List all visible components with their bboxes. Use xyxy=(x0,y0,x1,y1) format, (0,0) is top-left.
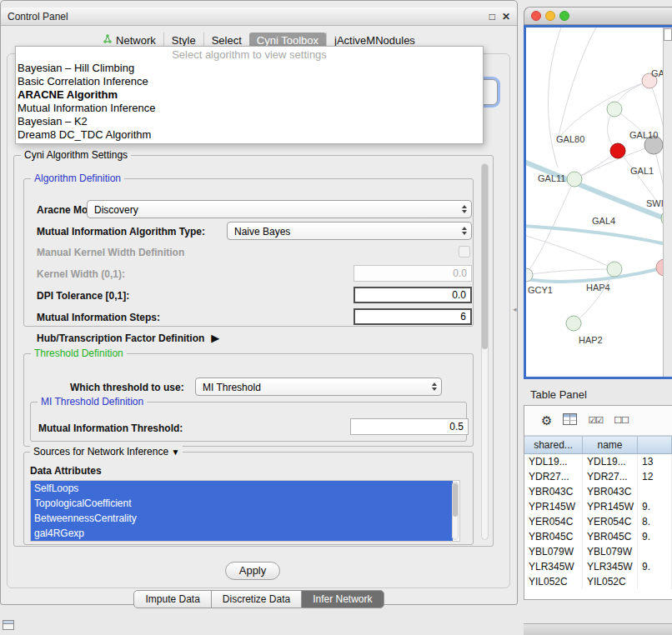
close-icon[interactable]: ✕ xyxy=(502,11,510,22)
dropdown-option[interactable]: Bayesian – Hill Climbing xyxy=(16,62,483,75)
manual-kernel-checkbox[interactable] xyxy=(459,246,470,258)
table-row[interactable]: YBL079WYBL079W xyxy=(524,544,672,559)
hub-definition-label: Hub/Transcription Factor Definition xyxy=(37,332,204,344)
network-node[interactable] xyxy=(607,262,622,277)
desktop: Control Panel □ ✕ Network Style Select C… xyxy=(0,0,672,635)
network-node[interactable] xyxy=(607,102,622,117)
tab-label: Cyni Toolbox xyxy=(257,34,318,47)
attribute-list-scrollbar-thumb[interactable] xyxy=(453,483,458,517)
cell: 8. xyxy=(638,514,672,529)
table-panel-window: ⚙ ☑☑ ☐☐ shared... name YDL19...YDL19...1… xyxy=(524,405,672,600)
network-node-label: GAL4 xyxy=(592,216,615,226)
cell: YBL079W xyxy=(583,544,638,559)
disclosure-triangle-icon[interactable]: ▶ xyxy=(211,332,219,344)
table-row[interactable]: YPR145WYPR145W9. xyxy=(524,499,672,514)
list-item[interactable]: SelfLoops xyxy=(31,481,453,496)
dropdown-placeholder: Select algorithm to view settings xyxy=(16,48,483,62)
data-attributes-list[interactable]: SelfLoops TopologicalCoefficient Between… xyxy=(30,480,460,542)
mi-type-combo[interactable]: Naive Bayes xyxy=(227,222,472,240)
tab-label: Network xyxy=(116,34,156,47)
hide-columns-icon[interactable]: ☐☐ xyxy=(614,415,629,426)
close-traffic-light[interactable] xyxy=(531,11,541,21)
network-node-red[interactable] xyxy=(610,143,625,158)
combo-value: Naive Bayes xyxy=(228,222,458,239)
sources-group-title[interactable]: Sources for Network Inference ▼ xyxy=(30,446,183,458)
list-item[interactable]: TopologicalCoefficient xyxy=(31,496,453,511)
minimize-traffic-light[interactable] xyxy=(545,11,555,21)
splitter-collapse-icon[interactable]: ◂ xyxy=(513,305,517,313)
table-row[interactable]: YDR27...YDR27...12 xyxy=(524,469,672,484)
hub-definition-section[interactable]: Hub/Transcription Factor Definition ▶ xyxy=(37,332,219,344)
list-item[interactable]: BetweennessCentrality xyxy=(31,511,453,526)
collapse-triangle-icon[interactable]: ▼ xyxy=(171,448,179,457)
kernel-width-field[interactable] xyxy=(354,265,472,282)
cell: 9. xyxy=(638,559,672,574)
mi-threshold-field[interactable] xyxy=(350,418,469,435)
tab-discretize-data[interactable]: Discretize Data xyxy=(211,590,302,608)
network-node-label: GAL10 xyxy=(629,130,658,140)
zoom-traffic-light[interactable] xyxy=(559,11,569,21)
table-row[interactable]: YER054CYER054C8. xyxy=(524,514,672,529)
network-view[interactable]: GAL7 GAL80 GAL10 GAL11 GAL1 SWI4 GAL4 GC… xyxy=(524,25,672,379)
table-row[interactable]: YBR045CYBR045C9. xyxy=(524,529,672,544)
group-title: Cyni Algorithm Settings xyxy=(21,149,131,161)
table-row[interactable]: YDL19...YDL19...13 xyxy=(524,454,672,469)
cell: 12 xyxy=(638,469,672,484)
network-node[interactable] xyxy=(656,259,663,276)
dpi-tolerance-field[interactable] xyxy=(354,287,472,303)
attribute-list-scrollbar[interactable] xyxy=(452,482,459,540)
tab-infer-network[interactable]: Infer Network xyxy=(301,590,384,608)
dropdown-option[interactable]: Bayesian – K2 xyxy=(16,115,483,128)
network-scrollbar[interactable] xyxy=(663,28,672,377)
spinner-arrows-icon xyxy=(458,222,471,239)
table-row[interactable]: YIL052CYIL052C xyxy=(524,574,672,589)
column-header-shared-name[interactable]: shared... xyxy=(524,437,583,453)
algorithm-dropdown-popup: Select algorithm to view settings Bayesi… xyxy=(15,46,484,144)
cell xyxy=(638,574,672,589)
network-canvas[interactable]: GAL7 GAL80 GAL10 GAL11 GAL1 SWI4 GAL4 GC… xyxy=(526,28,663,377)
table-mode-icon[interactable] xyxy=(563,413,577,428)
dropdown-option-selected[interactable]: ARACNE Algorithm xyxy=(16,88,483,102)
tab-label: Select xyxy=(212,34,242,47)
settings-scrollbar[interactable] xyxy=(481,163,489,540)
mi-steps-field[interactable] xyxy=(354,308,472,325)
network-node[interactable] xyxy=(566,316,581,331)
table-header-row: shared... name xyxy=(524,436,672,454)
control-panel-titlebar[interactable]: Control Panel □ ✕ xyxy=(1,8,517,26)
settings-scrollbar-thumb[interactable] xyxy=(482,164,488,349)
network-scrollbar-thumb[interactable] xyxy=(664,28,672,41)
apply-button[interactable]: Apply xyxy=(225,562,280,580)
float-window-icon[interactable]: □ xyxy=(489,11,495,22)
tab-impute-data[interactable]: Impute Data xyxy=(133,590,211,608)
mi-steps-label: Mutual Information Steps: xyxy=(37,312,160,323)
cell: YPR145W xyxy=(583,499,638,514)
cell: YLR345W xyxy=(524,559,583,574)
dropdown-option[interactable]: Dream8 DC_TDC Algorithm xyxy=(16,128,483,142)
combo-value: MI Threshold xyxy=(196,378,428,395)
spinner-arrows-icon xyxy=(458,201,471,218)
panel-restore-icon[interactable] xyxy=(3,620,14,630)
column-header-extra[interactable] xyxy=(638,437,672,453)
network-node-label: GCY1 xyxy=(528,285,553,295)
table-row[interactable]: YLR345WYLR345W9. xyxy=(524,559,672,574)
table-row[interactable]: YBR043CYBR043C xyxy=(524,484,672,499)
column-header-name[interactable]: name xyxy=(583,437,638,453)
dropdown-option[interactable]: Basic Correlation Inference xyxy=(16,75,483,88)
cell: YIL052C xyxy=(583,574,638,589)
network-window-titlebar[interactable] xyxy=(524,7,672,25)
list-item[interactable]: gal4RGexp xyxy=(31,526,453,541)
cell: YDR27... xyxy=(583,469,638,484)
cell: YER054C xyxy=(524,514,583,529)
which-threshold-combo[interactable]: MI Threshold xyxy=(195,378,442,396)
control-panel-title: Control Panel xyxy=(8,11,483,22)
cell: YBR045C xyxy=(583,529,638,544)
network-node-label: GAL7 xyxy=(651,68,663,78)
cell: YLR345W xyxy=(583,559,638,574)
mi-threshold-label: Mutual Information Threshold: xyxy=(38,422,183,434)
cell: 9. xyxy=(638,499,672,514)
network-node[interactable] xyxy=(567,172,582,187)
dropdown-option[interactable]: Mutual Information Inference xyxy=(16,102,483,115)
gear-icon[interactable]: ⚙ xyxy=(541,413,552,428)
aracne-mode-combo[interactable]: Discovery xyxy=(87,200,472,218)
show-columns-icon[interactable]: ☑☑ xyxy=(588,415,603,426)
